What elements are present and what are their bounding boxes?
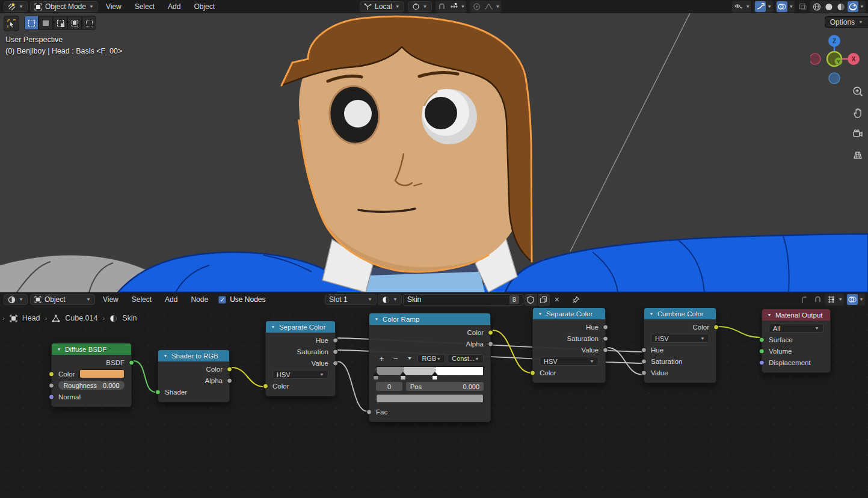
chevron-down-icon[interactable]: ▼ — [767, 4, 772, 8]
socket-color-in[interactable] — [530, 370, 535, 375]
ne-snap-target-select[interactable] — [826, 294, 837, 305]
node-shader-to-rgb[interactable]: ▼ Shader to RGB Color Alpha Shader — [158, 349, 230, 402]
select-extend-button[interactable] — [38, 16, 53, 30]
socket-saturation-out[interactable] — [603, 336, 608, 341]
roughness-field[interactable]: Roughness 0.000 — [58, 381, 125, 390]
camera-view-button[interactable] — [850, 126, 866, 142]
ne-menu-select[interactable]: Select — [126, 293, 157, 306]
target-dropdown[interactable]: All▼ — [769, 324, 823, 333]
mode-dropdown[interactable]: HSV▼ — [540, 357, 599, 366]
overlays-toggle[interactable] — [777, 1, 787, 12]
socket-hue-out[interactable] — [333, 337, 338, 343]
collapse-icon[interactable]: ▼ — [649, 312, 654, 316]
socket-saturation-out[interactable] — [333, 349, 338, 354]
chevron-down-icon[interactable]: ▼ — [859, 297, 864, 301]
socket-roughness-in[interactable] — [49, 383, 54, 388]
node-header[interactable]: ▼ Diffuse BSDF — [52, 343, 131, 355]
ramp-stop-2[interactable] — [431, 372, 439, 381]
socket-surface-in[interactable] — [759, 337, 765, 342]
fake-user-button[interactable] — [525, 294, 537, 306]
object-visibility-select[interactable] — [733, 1, 744, 12]
node-header[interactable]: ▼ Separate Color — [533, 308, 605, 319]
stop-pos-field[interactable]: Pos 0.000 — [406, 382, 484, 391]
node-material-output[interactable]: ▼ Material Output All▼ Surface Volume Di… — [762, 309, 831, 373]
gizmo-minus-x-axis[interactable] — [810, 54, 820, 64]
navigation-gizmo[interactable]: Z X Y — [810, 29, 862, 89]
node-header[interactable]: ▼ Color Ramp — [369, 313, 490, 325]
chevron-down-icon[interactable]: ▼ — [745, 4, 750, 8]
unlink-material-button[interactable]: × — [551, 294, 563, 306]
socket-color-out[interactable] — [227, 366, 232, 372]
gizmo-minus-z-axis[interactable] — [829, 73, 840, 84]
pan-button[interactable] — [850, 105, 866, 121]
select-box-button[interactable] — [24, 16, 38, 30]
socket-fac-in[interactable] — [366, 409, 372, 414]
menu-select[interactable]: Select — [129, 0, 160, 13]
chevron-down-icon[interactable]: ▼ — [789, 4, 793, 8]
socket-bsdf-out[interactable] — [129, 360, 134, 365]
ne-menu-view[interactable]: View — [97, 293, 124, 306]
proportional-edit-toggle[interactable] — [471, 1, 482, 12]
remove-stop-button[interactable]: − — [390, 354, 401, 363]
socket-shader-in[interactable] — [155, 389, 161, 395]
socket-normal-in[interactable] — [49, 394, 54, 399]
collapse-icon[interactable]: ▼ — [57, 347, 61, 351]
chevron-down-icon[interactable]: ▼ — [838, 297, 843, 301]
node-header[interactable]: ▼ Shader to RGB — [158, 350, 229, 361]
collapse-icon[interactable]: ▼ — [271, 325, 275, 329]
snap-toggle[interactable] — [437, 1, 448, 12]
shading-solid-button[interactable] — [823, 1, 834, 12]
socket-color-in[interactable] — [263, 383, 268, 389]
socket-hue-in[interactable] — [641, 347, 647, 352]
material-slot-select[interactable]: Slot 1 ▼ — [325, 294, 377, 305]
ramp-stop-1[interactable] — [399, 372, 407, 381]
pivot-point-select[interactable]: ▼ — [408, 1, 432, 12]
chevron-down-icon[interactable]: ▼ — [495, 4, 500, 8]
node-header[interactable]: ▼ Separate Color — [266, 321, 335, 333]
color-mode-dropdown[interactable]: RGB▼ — [417, 354, 445, 363]
stop-index-field[interactable]: 0 — [376, 382, 402, 391]
editor-type-select[interactable]: ▼ — [4, 1, 28, 12]
add-stop-button[interactable]: + — [376, 354, 387, 363]
menu-object[interactable]: Object — [188, 0, 220, 13]
node-header[interactable]: ▼ Combine Color — [644, 308, 716, 319]
shader-type-select[interactable]: Object ▼ — [30, 294, 95, 305]
breadcrumb-mesh[interactable]: Cube.014 — [65, 314, 97, 322]
xray-toggle[interactable] — [797, 1, 808, 12]
ne-snap-toggle[interactable] — [812, 294, 823, 305]
socket-value-out[interactable] — [603, 347, 608, 352]
socket-color-in[interactable] — [49, 371, 54, 377]
zoom-button[interactable] — [850, 84, 866, 100]
node-combine-color[interactable]: ▼ Combine Color Color HSV▼ Hue Saturatio… — [644, 307, 716, 383]
breadcrumb-material[interactable]: Skin — [122, 314, 137, 322]
collapse-icon[interactable]: ▼ — [538, 312, 543, 316]
ne-menu-add[interactable]: Add — [159, 293, 183, 306]
socket-color-out[interactable] — [713, 324, 719, 330]
material-name-field[interactable]: Skin 8 — [403, 294, 523, 306]
socket-color-out[interactable] — [488, 330, 493, 335]
socket-displacement-in[interactable] — [759, 360, 765, 365]
shading-material-button[interactable] — [836, 1, 846, 12]
ramp-options-dropdown[interactable]: ▼ — [404, 356, 415, 361]
falloff-curve-select[interactable] — [483, 1, 494, 12]
tweak-tool-button[interactable] — [4, 16, 19, 31]
new-material-button[interactable] — [538, 294, 550, 306]
snap-target-select[interactable] — [449, 1, 460, 12]
socket-hue-out[interactable] — [603, 324, 608, 330]
color-swatch[interactable] — [79, 369, 125, 378]
gradient-bar[interactable] — [376, 366, 484, 376]
node-separate-color-2[interactable]: ▼ Separate Color Hue Saturation Value HS… — [532, 307, 606, 383]
socket-alpha-out[interactable] — [227, 378, 232, 383]
gizmos-toggle[interactable] — [755, 1, 766, 12]
viewport-3d[interactable]: ▼ Object Mode ▼ View Select Add Object L… — [0, 0, 868, 292]
browse-material-button[interactable]: ▼ — [378, 294, 402, 305]
pin-button[interactable] — [570, 294, 582, 306]
breadcrumb-object[interactable]: Head — [22, 314, 40, 322]
editor-type-select-shader[interactable]: ▼ — [4, 294, 28, 305]
select-subtract-button[interactable] — [53, 16, 67, 30]
socket-value-in[interactable] — [641, 370, 647, 375]
mode-dropdown[interactable]: HSV▼ — [272, 370, 328, 379]
socket-alpha-out[interactable] — [488, 341, 493, 346]
use-nodes-toggle[interactable]: ✓ Use Nodes — [218, 295, 265, 304]
interpolation-dropdown[interactable]: Const...▼ — [448, 354, 484, 363]
